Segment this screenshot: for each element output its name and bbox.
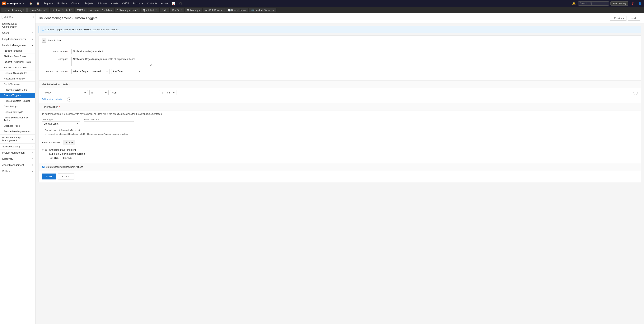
sidebar-item-field-form-rules[interactable]: Field and Form Rules xyxy=(0,54,35,59)
add-criteria-button[interactable]: + xyxy=(67,97,71,102)
sidebar-group-helpdesk-header[interactable]: Helpdesk Customizer › xyxy=(0,36,35,42)
expand-icon[interactable]: ⇓ xyxy=(162,91,164,94)
sidebar-item-chat-settings[interactable]: Chat Settings xyxy=(0,104,35,109)
sidebar-item-request-closing-rules[interactable]: Request Closing Rules xyxy=(0,71,35,76)
global-search-input[interactable] xyxy=(578,1,609,6)
sidebar-item-preventive-maintenance[interactable]: Preventive Maintenance Tasks xyxy=(0,115,35,123)
add-criteria-container: Add another criteria + xyxy=(39,97,641,103)
script-file-input[interactable] xyxy=(84,121,134,126)
remove-criteria-button[interactable]: − xyxy=(634,91,638,95)
perform-body: Action Type Execute Script Script file t… xyxy=(39,117,641,138)
toolbar-quick-actions[interactable]: Quick Actions ▼ xyxy=(28,8,49,12)
nav-chart[interactable]: 📊 xyxy=(170,0,177,7)
email-action-icons: ✏ 🗑 xyxy=(42,148,48,151)
cancel-button[interactable]: Cancel xyxy=(58,174,74,179)
criteria-field-select[interactable]: Priority xyxy=(42,90,88,95)
back-button[interactable]: ← xyxy=(42,38,46,43)
sidebar-search-input[interactable] xyxy=(2,15,34,19)
toolbar-ad-self-service[interactable]: AD Self Service xyxy=(203,8,225,12)
toolbar-admanager-arrow: ▼ xyxy=(136,9,138,11)
main-layout: Service Desk Configuration › Users › Hel… xyxy=(0,13,644,324)
sidebar-group-project-mgmt: Project Management › xyxy=(0,150,35,156)
stop-processing-checkbox[interactable] xyxy=(42,166,44,168)
sidebar-item-request-closure-code[interactable]: Request Closure Code xyxy=(0,65,35,71)
sidebar-item-custom-triggers[interactable]: Custom Triggers xyxy=(0,93,35,98)
nav-problems[interactable]: Problems xyxy=(56,0,69,7)
action-name-label: Action Name * xyxy=(44,49,71,53)
sidebar-item-sla[interactable]: Service Level Agreements xyxy=(0,129,35,134)
execute-when-select[interactable]: When a Request is created xyxy=(71,69,110,74)
sidebar-item-incident-template[interactable]: Incident Template xyxy=(0,48,35,54)
sidebar-group-problem-change-header[interactable]: Problem/Change Management › xyxy=(0,135,35,143)
sidebar-group-incident-header[interactable]: Incident Management ∨ xyxy=(0,42,35,48)
sidebar-group-service-desk: Service Desk Configuration › xyxy=(0,21,35,30)
nav-cmdb[interactable]: CMDB xyxy=(120,0,131,7)
required-star-perform: * xyxy=(59,105,60,108)
action-type-select[interactable]: Execute Script xyxy=(42,121,80,126)
sidebar-group-service-catalog-header[interactable]: Service Catalog › xyxy=(0,144,35,150)
execute-time-select[interactable]: Any Time xyxy=(111,69,142,74)
nav-home[interactable]: 🏠 xyxy=(28,0,34,7)
action-type-row: Action Type Execute Script Script file t… xyxy=(42,118,638,126)
description-row: Description Notification Regarding major… xyxy=(44,57,635,66)
toolbar-mdm[interactable]: MDM ▼ xyxy=(75,8,88,12)
brand-logo[interactable]: IT IT Helpdesk ▼ xyxy=(2,2,26,5)
sidebar-item-additional-fields[interactable]: Incident - Additional Fields xyxy=(0,59,35,65)
sidebar-item-request-custom-function[interactable]: Request Custom Function xyxy=(0,98,35,104)
sidebar-item-request-life-cycle[interactable]: Request Life Cycle xyxy=(0,109,35,115)
notification-icon[interactable]: 🔔 xyxy=(571,2,577,5)
sidebar-group-discovery: Discovery › xyxy=(0,156,35,162)
criteria-operator-select[interactable]: is xyxy=(89,90,108,95)
sidebar-group-discovery-header[interactable]: Discovery › xyxy=(0,156,35,162)
previous-button[interactable]: ‹ Previous xyxy=(610,16,626,21)
sidebar-group-project-mgmt-header[interactable]: Project Management › xyxy=(0,150,35,156)
next-button[interactable]: Next › xyxy=(628,16,640,21)
form-card: ← New Action Action Name * Description N… xyxy=(38,36,641,182)
user-icon[interactable]: 👤 xyxy=(637,2,642,5)
nav-assets[interactable]: Assets xyxy=(109,0,120,7)
criteria-connector-select[interactable]: and xyxy=(165,90,176,95)
sidebar-item-business-rules[interactable]: Business Rules xyxy=(0,123,35,129)
sidebar-group-software-header[interactable]: Software › xyxy=(0,168,35,174)
sidebar-group-asset-mgmt: Asset Management › xyxy=(0,162,35,168)
toolbar-quick-link[interactable]: Quick Link ▼ xyxy=(141,8,159,12)
toolbar-site24x7[interactable]: Site24x7 xyxy=(170,8,184,12)
email-notification-section: Email Notification ＋ Add ✏ 🗑 Critical to… xyxy=(39,138,641,163)
toolbar-pmp[interactable]: PMP xyxy=(160,8,169,12)
sidebar-group-service-desk-header[interactable]: Service Desk Configuration › xyxy=(0,21,35,30)
nav-projects[interactable]: Projects xyxy=(83,0,95,7)
nav-requests[interactable]: Requests xyxy=(42,0,55,7)
toolbar-opmanager[interactable]: OpManager xyxy=(185,8,202,12)
nav-bell[interactable]: 📋 xyxy=(34,0,41,7)
info-icon: ℹ xyxy=(42,28,44,31)
email-title: Critical to Major Incident xyxy=(49,148,85,152)
criteria-value-input[interactable] xyxy=(110,90,160,95)
sidebar-item-resolution-template[interactable]: Resolution Template xyxy=(0,76,35,82)
header-nav-buttons: ‹ Previous Next › xyxy=(610,16,640,21)
toolbar-desktop-central[interactable]: Desktop Central ▼ xyxy=(50,8,74,12)
nav-contracts[interactable]: Contracts xyxy=(145,0,159,7)
sidebar-item-request-custom-menu[interactable]: Request Custom Menu xyxy=(0,87,35,93)
toolbar-product-overview[interactable]: 📹 Product Overview xyxy=(249,8,276,12)
nav-solutions[interactable]: Solutions xyxy=(96,0,109,7)
nav-purchase[interactable]: Purchase xyxy=(131,0,145,7)
save-button[interactable]: Save xyxy=(42,174,56,179)
toolbar-admanager-plus[interactable]: ADManager Plus ▼ xyxy=(115,8,140,12)
sidebar-group-users-header[interactable]: Users › xyxy=(0,30,35,36)
description-textarea[interactable]: Notification Regarding major incident to… xyxy=(71,57,152,66)
sidebar-item-reply-template[interactable]: Reply Template xyxy=(0,82,35,87)
action-name-input[interactable] xyxy=(71,49,152,54)
nav-changes[interactable]: Changes xyxy=(70,0,82,7)
add-email-button[interactable]: ＋ Add xyxy=(63,140,75,145)
delete-email-icon[interactable]: 🗑 xyxy=(45,148,48,151)
toolbar-advanced-analytics[interactable]: Advanced Analytics xyxy=(88,8,114,12)
edit-email-icon[interactable]: ✏ xyxy=(42,148,44,151)
help-icon[interactable]: ❓ xyxy=(630,2,635,5)
toolbar-request-catalog[interactable]: Request Catalog ▼ xyxy=(2,8,27,12)
nav-admin[interactable]: Admin xyxy=(159,0,170,7)
add-criteria-link[interactable]: Add another criteria xyxy=(39,97,65,103)
nav-headset[interactable]: 🎧 xyxy=(177,0,184,7)
toolbar-recent-items[interactable]: 🕐 Recent Items xyxy=(226,8,248,12)
esm-directory-button[interactable]: ESM Directory xyxy=(610,1,628,6)
sidebar-group-asset-mgmt-header[interactable]: Asset Management › xyxy=(0,162,35,168)
